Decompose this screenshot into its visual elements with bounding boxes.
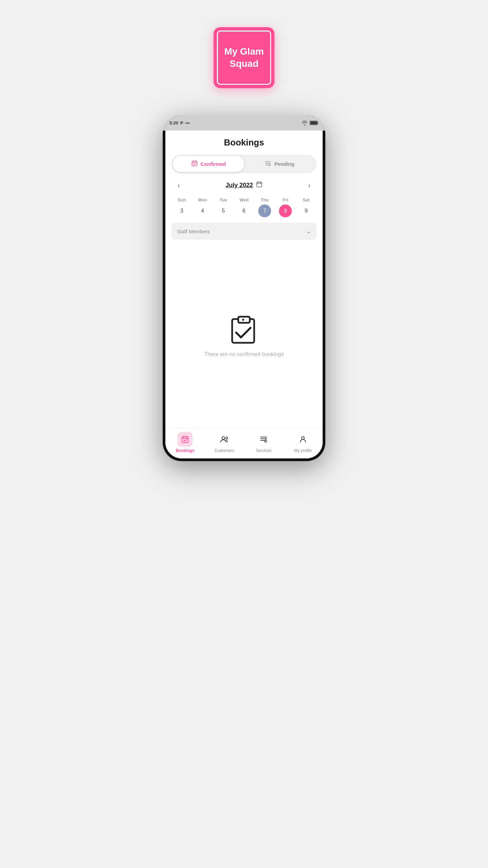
nav-item-profile[interactable]: My profile xyxy=(283,432,323,453)
customers-icon-wrap xyxy=(217,432,232,447)
svg-point-11 xyxy=(302,437,304,439)
cal-header-wed: Wed xyxy=(233,195,254,204)
staff-dropdown-label: Staff Members xyxy=(177,229,210,234)
cal-day-4[interactable]: 4 xyxy=(192,204,213,217)
battery-icon xyxy=(310,121,319,125)
status-carrier: P xyxy=(180,120,183,125)
wifi-icon xyxy=(302,121,308,125)
page-title: Bookings xyxy=(171,137,317,148)
pending-tab-label: Pending xyxy=(274,161,294,167)
phone-screen: Bookings Confirmed xyxy=(165,131,323,458)
tab-confirmed[interactable]: Confirmed xyxy=(173,156,244,172)
confirmed-tab-icon xyxy=(191,160,198,168)
services-nav-icon xyxy=(260,435,268,443)
dropdown-chevron-icon: ⌄ xyxy=(306,228,311,235)
prev-month-button[interactable]: ‹ xyxy=(175,180,183,191)
cal-header-thu: Thu xyxy=(255,195,275,204)
calendar-icon[interactable] xyxy=(256,181,263,190)
svg-point-6 xyxy=(242,319,244,321)
month-year-text: July 2022 xyxy=(225,182,253,189)
bookings-icon-wrap xyxy=(178,432,192,447)
svg-point-8 xyxy=(222,437,225,439)
cal-day-5[interactable]: 5 xyxy=(213,204,233,217)
nav-item-customers[interactable]: Customers xyxy=(205,432,244,453)
app-logo: My GlamSquad xyxy=(214,27,274,88)
calendar-grid: Sun Mon Tue Wed Thu Fri Sat 3 4 5 6 7 8 … xyxy=(171,195,317,217)
month-label: July 2022 xyxy=(225,181,262,190)
svg-point-9 xyxy=(226,437,228,439)
status-dots: ••• xyxy=(185,120,190,125)
confirmed-tab-label: Confirmed xyxy=(201,161,226,167)
cal-day-3[interactable]: 3 xyxy=(171,204,192,217)
svg-rect-3 xyxy=(257,182,262,187)
profile-nav-label: My profile xyxy=(294,448,312,453)
svg-point-10 xyxy=(265,440,267,442)
status-bar: 5:20 P ••• xyxy=(163,115,325,131)
nav-item-bookings[interactable]: Bookings xyxy=(165,432,205,453)
bookings-nav-icon xyxy=(181,435,189,443)
svg-rect-1 xyxy=(310,122,317,124)
status-left: 5:20 P ••• xyxy=(169,120,190,125)
staff-members-dropdown[interactable]: Staff Members ⌄ xyxy=(171,223,317,240)
status-time: 5:20 xyxy=(169,120,178,125)
next-month-button[interactable]: › xyxy=(305,180,313,191)
calendar-nav: ‹ July 2022 › xyxy=(171,180,317,191)
tab-pending[interactable]: Pending xyxy=(244,156,315,172)
tabs-row: Confirmed Pending xyxy=(171,155,317,173)
customers-nav-label: Customers xyxy=(215,448,234,453)
cal-day-8-selected[interactable]: 8 xyxy=(279,204,292,217)
services-icon-wrap xyxy=(256,432,271,447)
bookings-nav-label: Bookings xyxy=(176,448,195,453)
svg-rect-7 xyxy=(182,437,188,442)
phone-frame: 5:20 P ••• Bookings xyxy=(163,115,325,461)
profile-icon-wrap xyxy=(296,432,310,447)
status-right xyxy=(302,121,319,125)
nav-item-services[interactable]: Services xyxy=(244,432,283,453)
empty-state: There are no confirmed bookings xyxy=(171,250,317,428)
cal-day-7-selected[interactable]: 7 xyxy=(258,204,271,217)
cal-header-sun: Sun xyxy=(171,195,192,204)
bottom-nav: Bookings Customers xyxy=(165,428,323,458)
cal-header-sat: Sat xyxy=(296,195,317,204)
services-nav-label: Services xyxy=(256,448,271,453)
cal-day-9[interactable]: 9 xyxy=(296,204,317,217)
profile-nav-icon xyxy=(299,435,307,443)
cal-header-fri: Fri xyxy=(275,195,296,204)
cal-header-tue: Tue xyxy=(213,195,233,204)
clipboard-check-icon xyxy=(229,314,259,344)
pending-tab-icon xyxy=(265,160,271,168)
screen-content: Bookings Confirmed xyxy=(165,131,323,428)
customers-nav-icon xyxy=(220,435,229,443)
logo-text: My GlamSquad xyxy=(224,45,264,70)
cal-day-6[interactable]: 6 xyxy=(233,204,254,217)
empty-state-text: There are no confirmed bookings xyxy=(204,351,284,357)
svg-rect-2 xyxy=(192,161,197,166)
cal-header-mon: Mon xyxy=(192,195,213,204)
